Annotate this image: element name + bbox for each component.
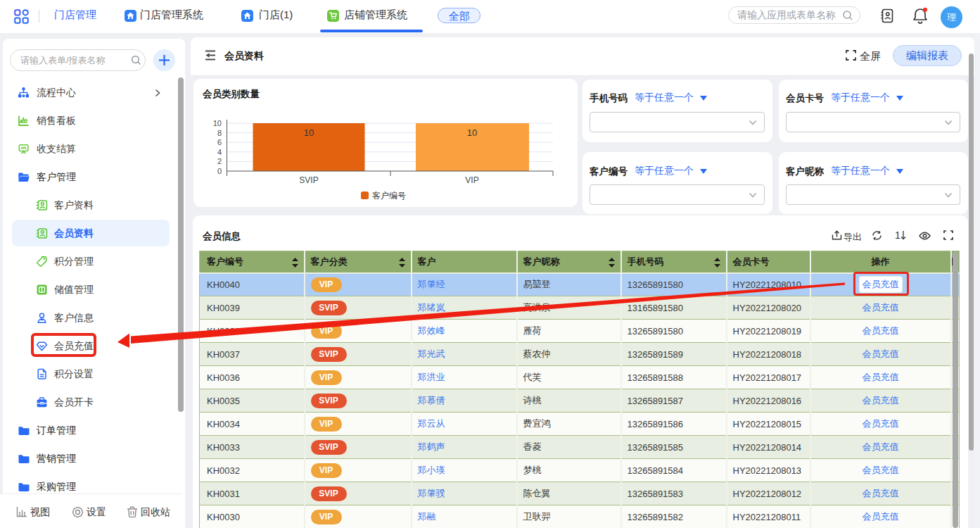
svg-text:VIP: VIP (465, 175, 478, 185)
svg-text:10: 10 (213, 119, 222, 127)
svg-text:0: 0 (217, 167, 222, 175)
svg-text:10: 10 (304, 127, 314, 138)
svg-text:客户编号: 客户编号 (372, 191, 406, 201)
svg-text:10: 10 (467, 127, 477, 138)
svg-text:6: 6 (217, 138, 222, 146)
svg-text:SVIP: SVIP (299, 175, 318, 185)
svg-text:2: 2 (217, 157, 222, 165)
svg-text:4: 4 (217, 148, 222, 156)
svg-text:8: 8 (217, 129, 222, 137)
